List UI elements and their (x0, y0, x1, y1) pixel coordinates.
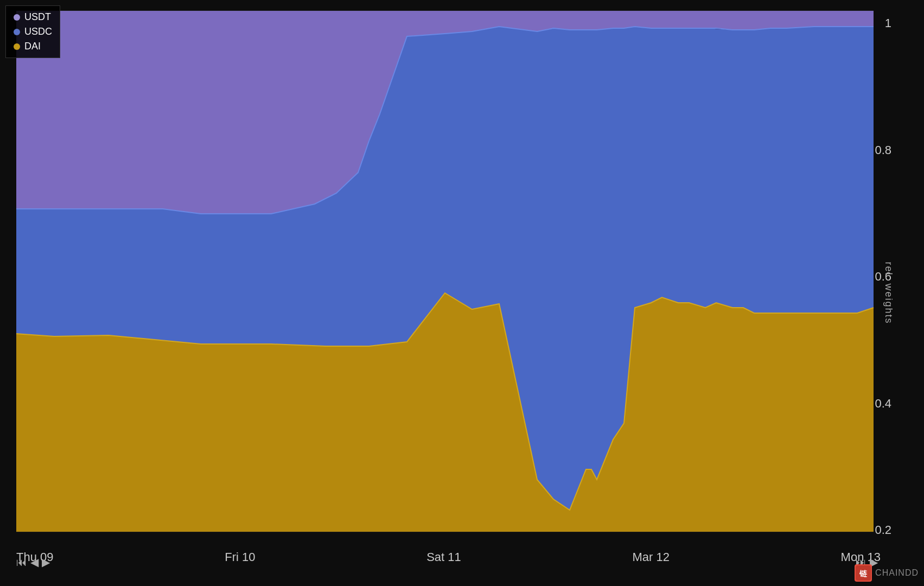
x-axis: Thu 09 Fri 10 Sat 11 Mar 12 Mon 13 (16, 550, 881, 564)
legend: USDT USDC DAI (5, 5, 60, 58)
usdc-dot (14, 29, 20, 35)
x-label-mar12: Mar 12 (632, 550, 669, 564)
usdt-dot (14, 14, 20, 21)
dai-dot (14, 43, 20, 50)
y-label-02: 0.2 (875, 523, 891, 537)
nav-play-button[interactable]: ▶ (42, 556, 50, 569)
watermark-logo: 链 (855, 564, 872, 582)
y-label-04: 0.4 (875, 397, 891, 411)
nav-prev-button[interactable]: ◀ (30, 556, 39, 569)
chart-container: USDT USDC DAI 1 0.8 0.6 0.4 0.2 rel. wei… (0, 0, 924, 586)
legend-item-dai: DAI (14, 41, 52, 52)
x-label-fri10: Fri 10 (225, 550, 255, 564)
svg-text:链: 链 (859, 569, 868, 578)
chart-svg (0, 0, 924, 586)
watermark: 链 CHAINDD (855, 564, 919, 582)
usdc-label: USDC (24, 26, 52, 37)
usdt-label: USDT (24, 11, 51, 23)
y-label-08: 0.8 (875, 143, 891, 157)
x-label-sat11: Sat 11 (426, 550, 461, 564)
nav-prev-prev-button[interactable]: ⏮ (16, 556, 27, 569)
y-axis-title: rel. weights (883, 262, 894, 324)
watermark-text: CHAINDD (875, 568, 919, 578)
y-label-1: 1 (885, 16, 891, 30)
dai-label: DAI (24, 41, 41, 52)
legend-item-usdc: USDC (14, 26, 52, 37)
nav-controls-left: ⏮ ◀ ▶ (16, 556, 50, 569)
legend-item-usdt: USDT (14, 11, 52, 23)
